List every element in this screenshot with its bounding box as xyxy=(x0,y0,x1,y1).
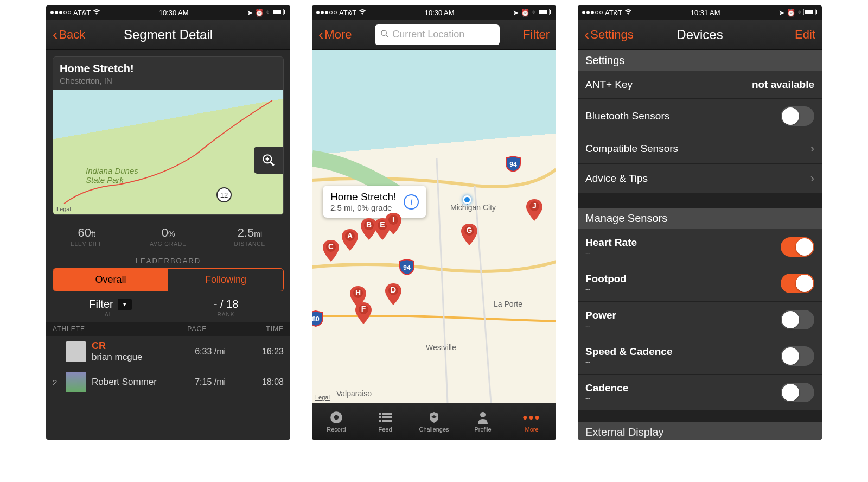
search-placeholder: Current Location xyxy=(392,29,464,40)
info-icon[interactable]: i xyxy=(404,194,419,210)
svg-text:80: 80 xyxy=(312,315,320,323)
filter-button[interactable]: Filter xyxy=(523,28,550,42)
svg-rect-29 xyxy=(379,416,381,418)
carrier-label: AT&T xyxy=(73,9,91,17)
map-pin[interactable]: D xyxy=(385,283,401,305)
row-ant-key[interactable]: ANT+ Key not available xyxy=(578,71,822,99)
nav-bar: ‹ Settings Devices Edit xyxy=(578,20,822,50)
park-label: Indiana Dunes State Park xyxy=(86,167,138,185)
tab-feed[interactable]: Feed xyxy=(361,403,410,440)
map-pin[interactable]: G xyxy=(461,224,477,245)
zoom-button[interactable] xyxy=(254,147,283,174)
athlete-name: brian mcgue xyxy=(92,352,182,363)
person-icon xyxy=(477,410,489,424)
chevron-left-icon: ‹ xyxy=(318,27,323,42)
record-icon xyxy=(329,410,343,424)
toggle-bluetooth[interactable] xyxy=(781,106,814,126)
bluetooth-icon: ⌖ xyxy=(266,8,270,17)
svg-rect-31 xyxy=(379,420,381,422)
tab-following[interactable]: Following xyxy=(168,269,283,291)
svg-line-11 xyxy=(386,35,388,37)
svg-rect-35 xyxy=(816,10,817,14)
section-external-display: External Display xyxy=(578,422,822,440)
status-bar: AT&T 10:30 AM ➤ ⏰ ⌖ xyxy=(312,5,556,20)
rank-label: RANK xyxy=(168,312,284,318)
toggle-cadence[interactable] xyxy=(781,383,814,402)
location-icon: ➤ xyxy=(513,9,519,17)
more-icon: ••• xyxy=(522,410,540,424)
segment-map[interactable]: Indiana Dunes State Park 12 Legal xyxy=(53,90,283,214)
svg-rect-1 xyxy=(284,10,285,14)
interstate-shield: 94 xyxy=(399,259,415,275)
interstate-shield: 80 xyxy=(312,310,324,327)
toggle-heart-rate[interactable] xyxy=(781,237,814,257)
tab-overall[interactable]: Overall xyxy=(53,269,168,291)
filter-label: Filter xyxy=(89,298,113,310)
avatar xyxy=(66,341,86,362)
map-pin[interactable]: H xyxy=(350,286,366,308)
carrier-label: AT&T xyxy=(605,9,622,17)
edit-button[interactable]: Edit xyxy=(795,28,815,42)
back-button[interactable]: ‹ Back xyxy=(53,27,85,42)
list-icon xyxy=(379,410,392,424)
back-button[interactable]: ‹ More xyxy=(318,27,352,42)
status-time: 10:30 AM xyxy=(425,9,455,17)
svg-rect-9 xyxy=(539,10,547,14)
battery-icon xyxy=(272,9,286,17)
search-input[interactable]: Current Location xyxy=(375,24,500,45)
svg-text:94: 94 xyxy=(509,161,517,168)
svg-point-33 xyxy=(480,412,486,417)
route-marker: 12 xyxy=(216,187,232,202)
back-button[interactable]: ‹ Settings xyxy=(584,27,634,42)
nav-bar: ‹ Back Segment Detail xyxy=(46,20,290,50)
toggle-power[interactable] xyxy=(781,310,814,329)
back-label: Settings xyxy=(590,28,634,42)
chevron-right-icon: › xyxy=(810,172,814,186)
segment-callout[interactable]: Home Stretch! 2.5 mi, 0% grade i xyxy=(323,186,426,218)
map-pin[interactable]: J xyxy=(526,199,542,221)
leaderboard-tabs: Overall Following xyxy=(53,268,284,291)
map-legal-link[interactable]: Legal xyxy=(56,206,71,212)
leaderboard-row[interactable]: CR brian mcgue 6:33 /mi 16:23 xyxy=(46,336,290,367)
svg-point-10 xyxy=(381,30,386,35)
svg-text:94: 94 xyxy=(403,264,411,271)
row-bluetooth-sensors: Bluetooth Sensors xyxy=(578,99,822,134)
current-location-dot xyxy=(463,195,471,204)
alarm-icon: ⏰ xyxy=(255,9,264,17)
chevron-left-icon: ‹ xyxy=(53,27,58,42)
row-speed-cadence: Speed & Cadence-- xyxy=(578,338,822,375)
tab-profile[interactable]: Profile xyxy=(458,403,507,440)
back-label: Back xyxy=(59,28,85,42)
svg-rect-8 xyxy=(550,10,551,14)
map-view[interactable]: Michigan City La Porte Westville Valpara… xyxy=(312,50,556,403)
toggle-footpod[interactable] xyxy=(781,274,814,293)
callout-sub: 2.5 mi, 0% grade xyxy=(330,203,396,212)
location-icon: ➤ xyxy=(778,9,784,17)
callout-title: Home Stretch! xyxy=(330,191,396,203)
row-compatible-sensors[interactable]: Compatible Sensors › xyxy=(578,134,822,164)
map-pin[interactable]: A xyxy=(342,229,358,251)
filter-sublabel: ALL xyxy=(53,312,168,318)
leaderboard-row[interactable]: 2 Robert Sommer 7:15 /mi 18:08 xyxy=(46,367,290,397)
tab-challenges[interactable]: Challenges xyxy=(410,403,458,440)
map-pin[interactable]: C xyxy=(323,240,339,262)
status-time: 10:30 AM xyxy=(159,9,189,17)
map-legal-link[interactable]: Legal xyxy=(315,394,330,401)
segment-location: Chesterton, IN xyxy=(60,76,277,85)
filter-dropdown[interactable]: ▼ xyxy=(118,299,132,310)
row-advice-tips[interactable]: Advice & Tips › xyxy=(578,164,822,194)
row-footpod: Footpod-- xyxy=(578,265,822,302)
svg-rect-28 xyxy=(382,413,392,415)
signal-dots xyxy=(50,11,71,14)
map-pin[interactable]: I xyxy=(385,213,401,234)
tab-record[interactable]: Record xyxy=(312,403,361,440)
tab-more[interactable]: ••• More xyxy=(507,403,556,440)
city-label: Michigan City xyxy=(450,203,496,212)
svg-rect-32 xyxy=(382,420,392,422)
chevron-left-icon: ‹ xyxy=(584,27,589,42)
athlete-name: Robert Sommer xyxy=(92,377,182,388)
status-bar: AT&T 10:31 AM ➤ ⏰ ⌖ xyxy=(578,5,822,20)
toggle-speed-cadence[interactable] xyxy=(781,346,814,366)
screen-devices-settings: AT&T 10:31 AM ➤ ⏰ ⌖ ‹ Settings Devices E… xyxy=(578,5,822,440)
shield-icon xyxy=(427,410,441,424)
